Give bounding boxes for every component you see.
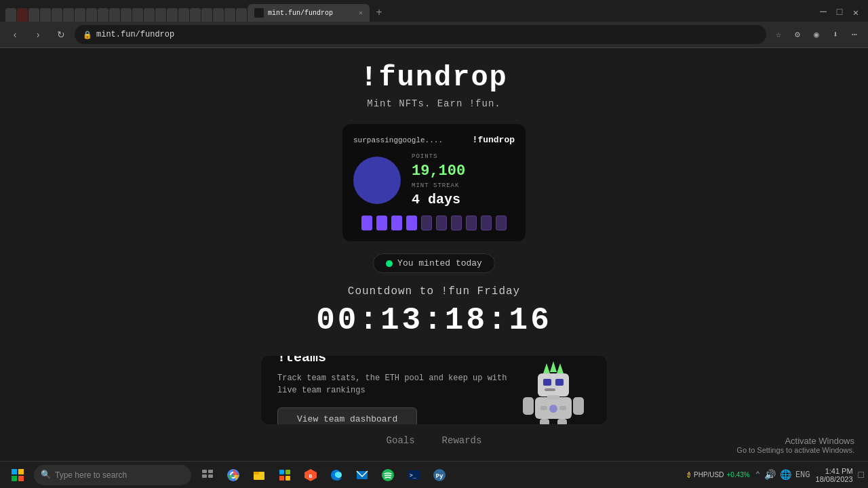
streak-label: MINT STREAK — [412, 182, 465, 189]
bookmark-star-icon[interactable]: ☆ — [770, 26, 787, 43]
notification-button[interactable]: □ — [859, 470, 864, 481]
teams-content: !teams Track team stats, the ETH pool an… — [277, 356, 516, 424]
extensions-icon[interactable]: ⚙ — [789, 26, 806, 43]
card-body: POINTS 19,100 MINT STREAK 4 days — [353, 153, 515, 207]
spotify-taskbar-icon[interactable] — [377, 464, 399, 486]
edge-taskbar-icon[interactable] — [326, 464, 347, 486]
clock[interactable]: 1:41 PM 18/08/2023 — [816, 467, 853, 483]
forward-button[interactable]: › — [28, 25, 47, 44]
svg-marker-0 — [543, 363, 550, 373]
maximize-button[interactable]: □ — [833, 5, 846, 19]
logo-text: !fundrop — [360, 62, 508, 94]
file-manager-taskbar-icon[interactable] — [248, 464, 270, 486]
reload-button[interactable]: ↻ — [52, 25, 71, 44]
nav-icons-right: ☆ ⚙ ◉ ⬇ ⋯ — [770, 26, 863, 43]
svg-rect-4 — [543, 379, 551, 386]
svg-rect-18 — [12, 476, 17, 481]
network-icon[interactable]: 🌐 — [780, 469, 791, 481]
terminal-taskbar-icon[interactable]: >_ — [403, 464, 425, 486]
new-tab-button[interactable]: + — [370, 4, 388, 22]
chrome-taskbar-icon[interactable] — [222, 464, 244, 486]
minimize-button[interactable]: ─ — [816, 5, 830, 19]
card-header: surpassinggoogle.... !fundrop — [353, 135, 515, 145]
svg-rect-6 — [545, 388, 555, 391]
svg-rect-19 — [18, 476, 24, 481]
bottom-nav: Goals Rewards — [0, 435, 868, 448]
streak-dots — [353, 216, 515, 230]
svg-rect-29 — [254, 472, 259, 474]
svg-rect-14 — [540, 406, 547, 410]
crypto-ticker: ₿ PHP/USD +0.43% — [688, 471, 750, 479]
svg-text:B: B — [309, 473, 313, 479]
minted-badge: You minted today — [373, 253, 495, 273]
browser-chrome: mint.fun/fundrop ✕ + ─ □ ✕ ‹ › ↻ 🔒 mint.… — [0, 0, 868, 48]
rewards-nav-item[interactable]: Rewards — [442, 435, 482, 448]
address-bar[interactable]: 🔒 mint.fun/fundrop — [75, 25, 766, 44]
svg-rect-33 — [285, 476, 290, 481]
taskbar-right: ₿ PHP/USD +0.43% ⌃ 🔊 🌐 ENG 1:41 PM 18/08… — [688, 467, 864, 483]
countdown-label: Countdown to !fun Friday — [348, 285, 520, 298]
goals-nav-item[interactable]: Goals — [387, 435, 415, 448]
countdown-timer: 00:13:18:16 — [316, 303, 552, 338]
browser-tabs: mint.fun/fundrop ✕ + ─ □ ✕ — [0, 0, 868, 22]
streak-dot-1 — [361, 216, 372, 230]
task-view-button[interactable] — [197, 464, 218, 486]
avatar — [353, 157, 401, 204]
svg-rect-31 — [285, 470, 290, 474]
taskbar-search-bar[interactable]: 🔍 Type here to search — [34, 465, 191, 485]
streak-dot-4 — [406, 216, 417, 230]
mail-taskbar-icon[interactable] — [351, 464, 373, 486]
python-taskbar-icon[interactable]: Py — [429, 464, 450, 486]
site-logo: !fundrop — [360, 62, 508, 94]
card-username: surpassinggoogle.... — [353, 136, 443, 144]
close-window-button[interactable]: ✕ — [849, 5, 863, 19]
user-card: surpassinggoogle.... !fundrop POINTS 19,… — [342, 124, 526, 241]
svg-rect-23 — [208, 474, 213, 478]
teams-title: !teams — [277, 356, 516, 365]
sys-tray-icons: ⌃ 🔊 🌐 ENG — [755, 469, 810, 481]
speaker-icon[interactable]: 🔊 — [764, 469, 776, 481]
svg-rect-8 — [523, 397, 534, 415]
svg-rect-10 — [540, 419, 549, 425]
view-team-dashboard-button[interactable]: View team dashboard — [277, 407, 417, 425]
streak-dot-3 — [391, 216, 402, 230]
svg-rect-21 — [208, 470, 213, 473]
chevron-up-icon[interactable]: ⌃ — [755, 470, 760, 480]
profile-icon[interactable]: ◉ — [808, 26, 825, 43]
menu-icon[interactable]: ⋯ — [846, 26, 863, 43]
svg-rect-9 — [573, 397, 584, 415]
svg-rect-32 — [279, 476, 284, 481]
search-placeholder: Type here to search — [55, 470, 127, 480]
tagline: Mint NFTs. Earn !fun. — [367, 98, 500, 109]
language-label: ENG — [795, 470, 810, 480]
store-taskbar-icon[interactable] — [274, 464, 296, 486]
svg-rect-3 — [538, 373, 569, 396]
tab-close-button[interactable]: ✕ — [359, 9, 363, 17]
search-icon: 🔍 — [41, 470, 51, 480]
back-button[interactable]: ‹ — [5, 25, 24, 44]
minted-text: You minted today — [397, 258, 482, 268]
card-stats: POINTS 19,100 MINT STREAK 4 days — [412, 153, 465, 207]
card-brand: !fundrop — [473, 135, 515, 145]
streak-dot-2 — [376, 216, 387, 230]
taskbar: 🔍 Type here to search — [0, 461, 868, 488]
svg-text:Py: Py — [436, 473, 443, 480]
svg-text:>_: >_ — [410, 472, 416, 479]
start-button[interactable] — [4, 464, 31, 486]
windows-logo-icon — [12, 469, 24, 481]
svg-rect-12 — [547, 395, 559, 399]
streak-dot-5 — [421, 216, 432, 230]
robot-svg — [516, 356, 591, 424]
brave-taskbar-icon[interactable]: B — [300, 464, 321, 486]
svg-rect-5 — [555, 379, 564, 386]
teams-description: Track team stats, the ETH pool and keep … — [277, 372, 516, 396]
streak-dot-7 — [451, 216, 462, 230]
tab-label: mint.fun/fundrop — [268, 9, 333, 17]
active-tab[interactable]: mint.fun/fundrop ✕ — [248, 4, 370, 22]
svg-rect-22 — [202, 474, 207, 478]
points-value: 19,100 — [412, 163, 465, 180]
page-content: !fundrop Mint NFTs. Earn !fun. surpassin… — [0, 48, 868, 462]
download-icon[interactable]: ⬇ — [827, 26, 844, 43]
teams-mascot — [516, 356, 591, 424]
green-dot-icon — [386, 260, 393, 267]
